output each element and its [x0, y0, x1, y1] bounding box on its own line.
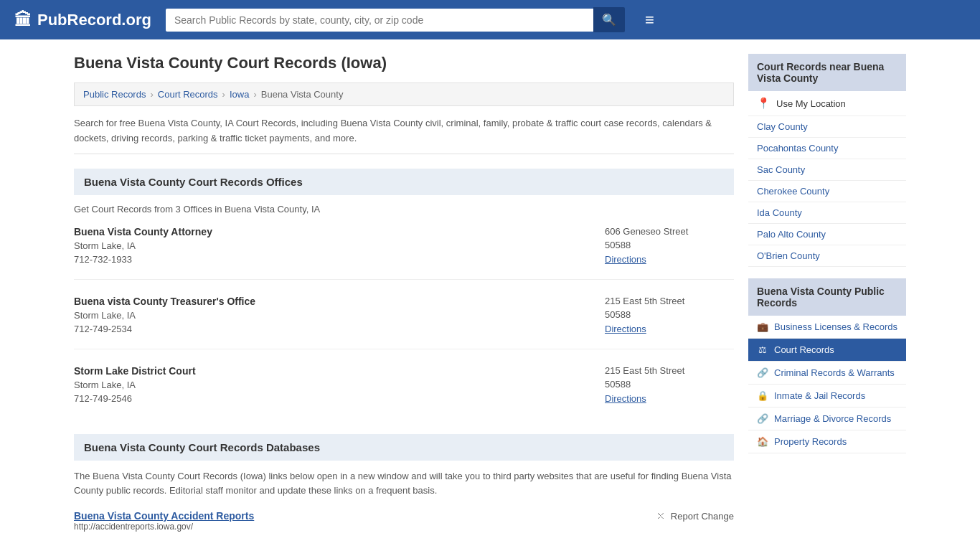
office-city-0: Storm Lake, IA — [74, 240, 212, 251]
office-name-0: Buena Vista County Attorney — [74, 226, 212, 237]
location-pin-icon: 📍 — [757, 97, 771, 110]
county-link-3[interactable]: Cherokee County — [748, 181, 906, 202]
menu-button[interactable]: ≡ — [645, 11, 654, 29]
home-icon: 🏠 — [757, 436, 768, 447]
sidebar-item-label-3: Inmate & Jail Records — [774, 390, 865, 401]
sidebar-item-label-4: Marriage & Divorce Records — [774, 413, 891, 424]
sidebar-item-marriage-divorce[interactable]: 🔗 Marriage & Divorce Records — [748, 408, 906, 430]
county-link-0[interactable]: Clay County — [748, 116, 906, 138]
office-city-2: Storm Lake, IA — [74, 380, 196, 390]
report-change-btn[interactable]: ⛌ Report Change — [656, 510, 734, 522]
directions-link-0[interactable]: Directions — [605, 254, 646, 265]
sidebar-item-business-licenses[interactable]: 💼 Business Licenses & Records — [748, 316, 906, 339]
office-entry-1: Buena vista County Treasurer's Office St… — [74, 296, 734, 349]
office-zip-2: 50588 — [605, 379, 734, 390]
county-link-2[interactable]: Sac County — [748, 159, 906, 181]
use-location-btn[interactable]: 📍 Use My Location — [748, 91, 906, 116]
sidebar-item-criminal-records[interactable]: 🔗 Criminal Records & Warrants — [748, 362, 906, 385]
sidebar: Court Records near Buena Vista County 📍 … — [748, 54, 906, 536]
report-icon: ⛌ — [656, 510, 666, 522]
link-icon-criminal: 🔗 — [757, 367, 768, 378]
directions-link-2[interactable]: Directions — [605, 393, 646, 404]
link-icon-marriage: 🔗 — [757, 413, 768, 424]
db-entry-0: ⛌ Report Change Buena Vista County Accid… — [74, 510, 734, 532]
search-area: 🔍 — [166, 7, 625, 32]
databases-intro: The Buena Vista County Court Records (Io… — [74, 469, 734, 499]
search-button[interactable]: 🔍 — [593, 7, 625, 32]
main-container: Buena Vista County Court Records (Iowa) … — [60, 39, 920, 550]
databases-section-header: Buena Vista County Court Records Databas… — [74, 434, 734, 461]
sidebar-public-records-title: Buena Vista County Public Records — [748, 278, 906, 316]
sidebar-public-records-section: Buena Vista County Public Records 💼 Busi… — [748, 278, 906, 453]
lock-icon: 🔒 — [757, 390, 768, 401]
office-entry-2: Storm Lake District Court Storm Lake, IA… — [74, 365, 734, 418]
office-address-2: 215 East 5th Street — [605, 365, 734, 376]
databases-section: Buena Vista County Court Records Databas… — [74, 434, 734, 532]
use-location-label: Use My Location — [776, 98, 846, 109]
office-entry-0: Buena Vista County Attorney Storm Lake, … — [74, 226, 734, 280]
sidebar-item-inmate-records[interactable]: 🔒 Inmate & Jail Records — [748, 385, 906, 408]
county-link-4[interactable]: Ida County — [748, 202, 906, 224]
office-phone-1: 712-749-2534 — [74, 324, 255, 334]
logo-text: PubRecord.org — [37, 11, 151, 29]
breadcrumb: Public Records › Court Records › Iowa › … — [74, 83, 734, 106]
office-phone-2: 712-749-2546 — [74, 393, 196, 404]
office-address-1: 215 East 5th Street — [605, 296, 734, 306]
office-phone-0: 712-732-1933 — [74, 254, 212, 265]
logo-icon: 🏛 — [14, 10, 32, 30]
sidebar-nearby-section: Court Records near Buena Vista County 📍 … — [748, 54, 906, 267]
scales-icon: ⚖ — [757, 344, 768, 355]
briefcase-icon: 💼 — [757, 321, 768, 332]
offices-list: Buena Vista County Attorney Storm Lake, … — [74, 226, 734, 418]
breadcrumb-iowa[interactable]: Iowa — [230, 89, 249, 100]
page-title: Buena Vista County Court Records (Iowa) — [74, 54, 734, 72]
offices-section-header: Buena Vista County Court Records Offices — [74, 169, 734, 195]
db-link-0[interactable]: Buena Vista County Accident Reports — [74, 510, 254, 522]
office-city-1: Storm Lake, IA — [74, 310, 255, 321]
sidebar-item-label-0: Business Licenses & Records — [774, 321, 897, 332]
county-link-5[interactable]: Palo Alto County — [748, 224, 906, 245]
db-url-0: http://accidentreports.iowa.gov/ — [74, 522, 734, 532]
office-zip-0: 50588 — [605, 240, 734, 250]
sidebar-item-label-2: Criminal Records & Warrants — [774, 367, 895, 378]
office-name-2: Storm Lake District Court — [74, 365, 196, 377]
sidebar-item-court-records[interactable]: ⚖ Court Records — [748, 339, 906, 362]
breadcrumb-current: Buena Vista County — [261, 89, 344, 100]
content-area: Buena Vista County Court Records (Iowa) … — [74, 54, 734, 536]
site-header: 🏛 PubRecord.org 🔍 ≡ — [0, 0, 980, 39]
intro-text: Search for free Buena Vista County, IA C… — [74, 116, 734, 154]
office-name-1: Buena vista County Treasurer's Office — [74, 296, 255, 307]
sidebar-item-property-records[interactable]: 🏠 Property Records — [748, 430, 906, 453]
sidebar-item-label-5: Property Records — [774, 436, 847, 447]
sidebar-nearby-title: Court Records near Buena Vista County — [748, 54, 906, 91]
county-link-1[interactable]: Pocahontas County — [748, 138, 906, 159]
county-link-6[interactable]: O'Brien County — [748, 245, 906, 267]
site-logo[interactable]: 🏛 PubRecord.org — [14, 10, 151, 30]
directions-link-1[interactable]: Directions — [605, 324, 646, 334]
breadcrumb-public-records[interactable]: Public Records — [83, 89, 146, 100]
office-zip-1: 50588 — [605, 309, 734, 320]
offices-subtext: Get Court Records from 3 Offices in Buen… — [74, 204, 734, 215]
breadcrumb-court-records[interactable]: Court Records — [158, 89, 218, 100]
sidebar-item-label-1: Court Records — [774, 344, 834, 355]
office-address-0: 606 Geneseo Street — [605, 226, 734, 237]
search-input[interactable] — [166, 9, 593, 32]
